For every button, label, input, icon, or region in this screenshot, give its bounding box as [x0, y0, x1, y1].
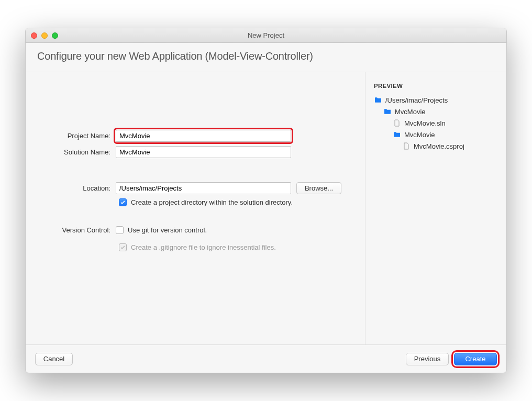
close-icon[interactable]	[31, 32, 37, 39]
check-icon	[120, 244, 126, 250]
tree-item: /Users/imac/Projects	[374, 94, 498, 106]
previous-button[interactable]: Previous	[406, 353, 449, 365]
create-button[interactable]: Create	[454, 353, 497, 365]
preview-title: PREVIEW	[374, 83, 498, 89]
cancel-button[interactable]: Cancel	[35, 353, 73, 365]
project-name-row: Project Name:	[37, 130, 353, 142]
tree-item: MvcMovie	[374, 129, 498, 140]
check-icon	[120, 199, 126, 205]
preview-panel: PREVIEW /Users/imac/Projects MvcMovie Mv…	[365, 72, 506, 344]
minimize-icon[interactable]	[41, 32, 48, 39]
browse-button[interactable]: Browse...	[296, 182, 341, 194]
folder-icon	[374, 96, 382, 104]
window-title: New Project	[26, 31, 506, 39]
footer-bar: Cancel Previous Create	[26, 344, 506, 373]
tree-label: MvcMovie	[395, 108, 426, 116]
tree-label: /Users/imac/Projects	[385, 96, 448, 104]
tree-label: MvcMovie.sln	[404, 119, 446, 127]
file-icon	[402, 142, 411, 150]
gitignore-checkbox	[119, 243, 127, 251]
solution-name-label: Solution Name:	[37, 148, 116, 156]
gitignore-label: Create a .gitignore file to ignore iness…	[131, 243, 276, 251]
file-icon	[393, 119, 401, 127]
project-name-input[interactable]	[116, 130, 291, 142]
solution-name-input[interactable]	[116, 146, 291, 158]
titlebar[interactable]: New Project	[26, 28, 506, 43]
version-control-row: Version Control: Use git for version con…	[37, 226, 353, 234]
create-dir-row: Create a project directory within the so…	[119, 198, 353, 206]
location-row: Location: Browse...	[37, 182, 353, 194]
page-header: Configure your new Web Application (Mode…	[26, 43, 506, 72]
solution-name-row: Solution Name:	[37, 146, 353, 158]
tree-label: MvcMovie	[404, 131, 435, 139]
new-project-window: New Project Configure your new Web Appli…	[25, 28, 507, 373]
tree-label: MvcMovie.csproj	[414, 142, 464, 150]
form-panel: Project Name: Solution Name: Location: B…	[26, 72, 365, 344]
gitignore-row: Create a .gitignore file to ignore iness…	[119, 243, 353, 251]
version-control-label: Version Control:	[37, 226, 116, 234]
location-label: Location:	[37, 184, 116, 192]
tree-item: MvcMovie	[374, 106, 498, 117]
folder-icon	[393, 130, 401, 139]
tree-item: MvcMovie.sln	[374, 117, 498, 129]
create-dir-label: Create a project directory within the so…	[131, 198, 293, 206]
use-git-label: Use git for version control.	[128, 226, 207, 234]
content-area: Project Name: Solution Name: Location: B…	[26, 72, 506, 344]
location-input[interactable]	[116, 182, 291, 194]
traffic-lights	[31, 32, 58, 39]
preview-tree: /Users/imac/Projects MvcMovie MvcMovie.s…	[374, 94, 498, 152]
create-dir-checkbox[interactable]	[119, 198, 127, 206]
page-title: Configure your new Web Application (Mode…	[37, 50, 495, 62]
folder-icon	[383, 107, 392, 116]
use-git-checkbox[interactable]	[116, 226, 124, 234]
tree-item: MvcMovie.csproj	[374, 140, 498, 152]
project-name-label: Project Name:	[37, 132, 116, 140]
zoom-icon[interactable]	[52, 32, 58, 39]
